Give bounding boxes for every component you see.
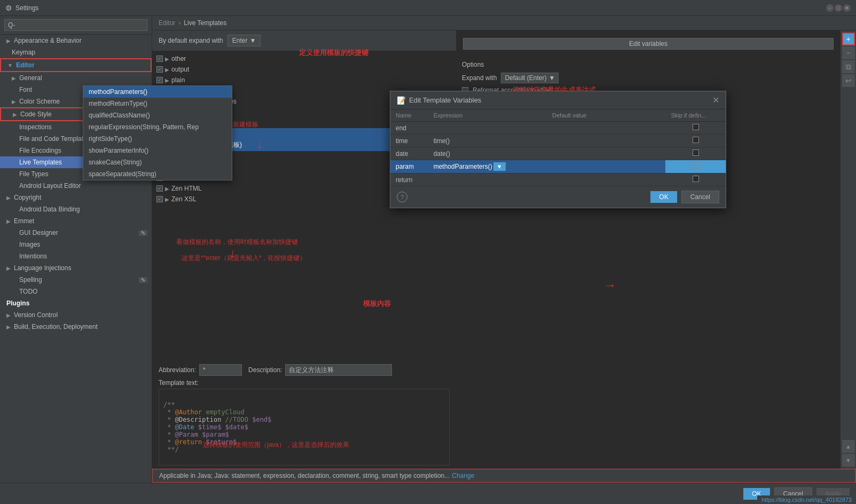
sidebar-item-spelling[interactable]: Spelling ✎ [0,274,152,286]
expand-with-dropdown[interactable]: Enter ▼ [227,35,261,46]
arrow-new-group: ↑ [256,139,263,154]
sidebar-label: Images [19,241,40,248]
dropdown-item-spaceseparated[interactable]: spaceSeparated(String) [83,168,232,180]
remove-button[interactable]: − [842,46,855,59]
sidebar-item-appearance[interactable]: ▶ Appearance & Behavior [0,35,152,46]
dropdown-item-methodparameters[interactable]: methodParameters() [83,86,232,98]
dropdown-item-rightsidetype[interactable]: rightSideType() [83,133,232,145]
dropdown-item-snakecase[interactable]: snakeCase(String) [83,156,232,168]
arrow-icon: ▶ [13,112,17,117]
scroll-up-button[interactable]: ▲ [842,440,855,453]
maximize-button[interactable]: □ [835,4,842,12]
expression-dropdown-button[interactable]: ▼ [493,162,506,171]
search-input[interactable] [4,19,147,31]
dropdown-item-qualifiedclassname[interactable]: qualifiedClassName() [83,109,232,121]
dropdown-item-regularexpression[interactable]: regularExpression(String, Pattern, Rep [83,121,232,133]
skip-checkbox-return[interactable] [693,176,699,182]
modal-title-left: 📝 Edit Template Variables [397,96,481,105]
arrow-icon: ▶ [6,195,11,201]
var-default-time[interactable] [547,135,665,147]
expand-with-label: Expand with [462,74,497,82]
sidebar-item-keymap[interactable]: Keymap [0,46,152,58]
sidebar-item-guidesigner[interactable]: GUI Designer ✎ [0,227,152,239]
var-expr-param[interactable]: methodParameters() ▼ [428,160,547,174]
arrow-template-name: ↓ [230,246,236,261]
var-default-end[interactable] [547,122,665,135]
var-expr-time[interactable] [428,135,547,147]
window-title: Settings [15,4,38,12]
sidebar-item-todo[interactable]: TODO [0,286,152,297]
skip-checkbox-date[interactable] [693,149,699,156]
group-checkbox-other[interactable]: ✓ [156,56,163,62]
arrow-icon: ▶ [6,312,11,318]
minimize-button[interactable]: − [826,4,834,12]
add-button[interactable]: + [842,33,855,45]
copy-button[interactable]: ⧉ [842,60,855,73]
var-expr-return[interactable] [428,174,547,186]
abbreviation-input[interactable] [199,364,242,376]
skip-checkbox-end[interactable] [693,124,699,130]
group-checkbox-zenxsl[interactable]: ✓ [156,196,163,202]
options-title: Options [462,61,835,68]
var-default-param[interactable] [547,160,665,174]
undo-button[interactable]: ↩ [842,74,855,87]
close-button[interactable]: ✕ [843,4,851,12]
description-input[interactable] [285,364,392,376]
var-expr-date[interactable] [428,147,547,160]
breadcrumb-separator: › [178,19,180,27]
description-label: Description: [248,366,282,374]
applicable-text: Applicable in Java; Java: statement, exp… [159,472,450,479]
group-checkbox-plain[interactable]: ✓ [156,77,163,83]
var-default-date[interactable] [547,147,665,160]
modal-table-container: Name Expression Default value Skip if de… [390,109,726,186]
expand-with-selected: Default (Enter) [505,74,546,82]
template-code-editor[interactable]: /** * @Author emptyCloud * @Description … [159,389,450,466]
sidebar-label: Code Style [20,111,52,118]
skip-checkbox-time[interactable] [693,137,699,143]
var-skip-time [665,135,726,147]
var-skip-param [665,160,726,174]
sidebar-item-androiddatabinding[interactable]: Android Data Binding [0,203,152,215]
tree-group-other[interactable]: ✓ ▶ other [152,53,456,64]
sidebar-item-images[interactable]: Images [0,239,152,250]
group-checkbox-zenhtml[interactable]: ✓ [156,185,163,192]
dropdown-item-methodreturntype[interactable]: methodReturnType() [83,98,232,109]
sidebar-item-editor[interactable]: ▼ Editor [0,58,152,72]
modal-variables-table: Name Expression Default value Skip if de… [390,109,726,186]
skip-checkbox-param[interactable] [693,163,699,169]
group-label: other [171,55,186,62]
sidebar-item-copyright[interactable]: ▶ Copyright [0,192,152,203]
edit-variables-button[interactable]: Edit variables [463,38,834,50]
sidebar-item-languageinjections[interactable]: ▶ Language Injections [0,262,152,274]
table-row: time [390,135,726,147]
tree-group-plain[interactable]: ✓ ▶ plain [152,75,456,85]
dropdown-item-showparameterinfo[interactable]: showParameterInfo() [83,145,232,156]
expand-with-select[interactable]: Default (Enter) ▼ [501,73,559,83]
sidebar-item-build[interactable]: ▶ Build, Execution, Deployment [0,321,152,333]
abbr-desc-row: Abbreviation: Description: [159,364,450,376]
col-skip: Skip if defin... [665,109,726,122]
modal-close-button[interactable]: ✕ [712,95,719,105]
modal-cancel-button[interactable]: Cancel [681,191,719,203]
tree-group-output[interactable]: ✓ ▶ output [152,64,456,75]
col-default: Default value [547,109,665,122]
var-expr-end[interactable] [428,122,547,135]
modal-ok-button[interactable]: OK [650,191,677,203]
sidebar-label: Appearance & Behavior [14,37,82,44]
sidebar-item-intentions[interactable]: Intentions [0,250,152,262]
sidebar-item-plugins[interactable]: Plugins [0,297,152,309]
sidebar-item-general[interactable]: ▶ General [0,72,152,84]
sidebar-label: Spelling [19,276,42,284]
table-row: param methodParameters() ▼ [390,160,726,174]
sidebar-label: Plugins [6,300,29,307]
sidebar-item-emmet[interactable]: ▶ Emmet [0,215,152,227]
scroll-down-button[interactable]: ▼ [842,454,855,467]
applicable-change-link[interactable]: Change [452,472,474,479]
modal-help-button[interactable]: ? [397,192,407,202]
sidebar-label: General [19,74,42,82]
sidebar-item-androidlayout[interactable]: Android Layout Editor [0,180,152,192]
sidebar-item-versioncontrol[interactable]: ▶ Version Control [0,309,152,321]
col-expression: Expression [428,109,547,122]
var-default-return[interactable] [547,174,665,186]
group-checkbox-output[interactable]: ✓ [156,66,163,73]
